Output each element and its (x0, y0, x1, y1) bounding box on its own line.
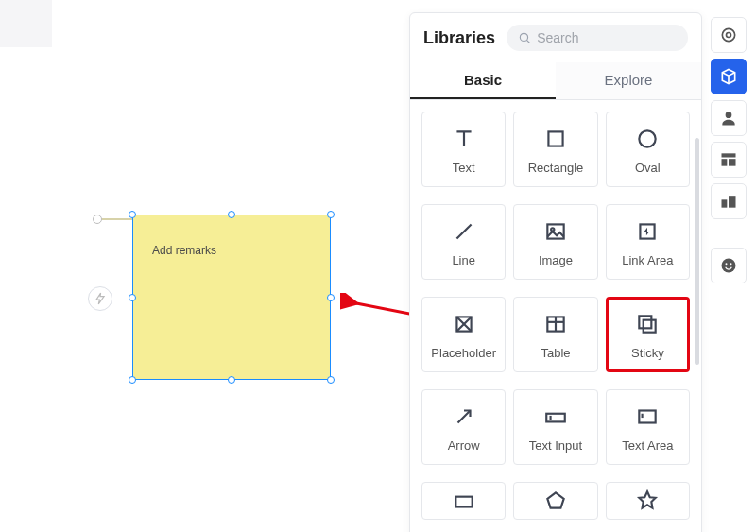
library-item-label: Image (539, 253, 573, 267)
svg-rect-30 (729, 196, 736, 208)
resize-handle-sw[interactable] (129, 376, 136, 384)
link-area-icon (635, 217, 660, 246)
sidebar-buildings-button[interactable] (711, 183, 747, 219)
panel-header: Libraries (410, 13, 701, 62)
library-item-peek-1[interactable] (421, 482, 506, 520)
user-icon (719, 109, 738, 128)
panel-scrollbar[interactable] (695, 138, 699, 365)
dimension-line (101, 218, 132, 220)
library-item-label: Text Input (529, 438, 582, 453)
library-item-text-area[interactable]: Text Area (606, 389, 690, 465)
library-item-rectangle[interactable]: Rectangle (513, 112, 597, 187)
svg-rect-16 (644, 319, 656, 332)
shape-icon (543, 487, 568, 515)
svg-rect-3 (548, 131, 562, 146)
panel-title: Libraries (423, 28, 495, 48)
sidebar-target-button[interactable] (711, 17, 747, 53)
svg-rect-15 (640, 316, 652, 328)
svg-rect-29 (722, 199, 728, 207)
library-item-placeholder[interactable]: Placeholder (421, 297, 506, 372)
library-item-label: Link Area (622, 253, 673, 267)
sidebar-user-button[interactable] (711, 100, 747, 136)
svg-line-5 (456, 224, 471, 238)
layout-icon (719, 150, 738, 169)
library-item-label: Rectangle (528, 161, 584, 175)
text-input-icon (543, 403, 568, 431)
resize-handle-e[interactable] (327, 294, 335, 301)
library-item-label: Arrow (448, 438, 480, 453)
table-icon (543, 310, 568, 338)
library-item-line[interactable]: Line (421, 204, 506, 280)
arrow-icon (452, 403, 476, 431)
svg-point-4 (640, 130, 656, 146)
svg-rect-6 (547, 224, 563, 238)
target-icon (719, 26, 738, 44)
lightning-button[interactable] (88, 286, 112, 311)
library-item-text[interactable]: Text (421, 112, 506, 187)
resize-handle-w[interactable] (129, 294, 136, 301)
svg-rect-18 (546, 413, 565, 421)
shape-icon (452, 487, 476, 515)
resize-handle-s[interactable] (228, 376, 235, 384)
library-item-text-input[interactable]: Text Input (513, 389, 597, 465)
library-item-arrow[interactable]: Arrow (421, 389, 506, 465)
svg-point-1 (520, 33, 527, 41)
library-item-sticky[interactable]: Sticky (606, 297, 690, 372)
svg-rect-22 (455, 497, 472, 507)
library-item-label: Placeholder (431, 346, 496, 360)
resize-handle-ne[interactable] (327, 211, 335, 218)
library-item-table[interactable]: Table (513, 297, 597, 372)
svg-point-31 (722, 259, 736, 273)
top-left-strip (0, 0, 52, 47)
tab-basic[interactable]: Basic (410, 62, 556, 99)
cube-icon (719, 67, 738, 86)
library-item-label: Line (452, 253, 475, 267)
sticky-note-element[interactable]: Add remarks (132, 215, 331, 380)
dimension-handle[interactable] (93, 215, 102, 224)
image-icon (543, 217, 568, 246)
library-item-label: Text Area (622, 438, 673, 453)
resize-handle-n[interactable] (228, 211, 235, 218)
right-sidebar (709, 17, 748, 283)
tab-explore[interactable]: Explore (556, 62, 701, 99)
library-grid: Text Rectangle Oval Line Image (410, 100, 701, 532)
sidebar-emoji-button[interactable] (711, 248, 747, 283)
line-icon (452, 217, 476, 246)
svg-point-32 (726, 263, 728, 265)
resize-handle-nw[interactable] (129, 211, 136, 218)
svg-point-25 (726, 112, 732, 118)
library-item-peek-2[interactable] (513, 482, 597, 520)
panel-tabs: Basic Explore (410, 62, 701, 100)
smile-icon (719, 256, 738, 275)
library-item-oval[interactable]: Oval (606, 112, 690, 187)
sidebar-layout-button[interactable] (711, 142, 747, 178)
star-icon (635, 487, 660, 515)
library-item-link-area[interactable]: Link Area (606, 204, 690, 280)
search-input-wrapper[interactable] (507, 25, 688, 51)
search-input[interactable] (537, 30, 677, 45)
text-area-icon (635, 403, 660, 431)
svg-rect-28 (729, 159, 736, 166)
sidebar-components-button[interactable] (711, 59, 747, 94)
library-item-label: Oval (635, 161, 661, 175)
text-icon (452, 125, 476, 153)
library-item-image[interactable]: Image (513, 204, 597, 280)
rectangle-icon (543, 125, 568, 153)
resize-handle-se[interactable] (327, 376, 335, 384)
svg-point-23 (722, 28, 734, 41)
svg-point-33 (730, 263, 732, 265)
search-icon (518, 30, 531, 45)
svg-rect-26 (722, 153, 736, 157)
svg-line-2 (526, 40, 529, 43)
sticky-icon (635, 310, 660, 338)
libraries-panel: Libraries Basic Explore Text Rectangle (409, 12, 702, 532)
oval-icon (635, 125, 660, 153)
svg-rect-27 (722, 159, 728, 166)
sticky-note-text: Add remarks (152, 244, 216, 257)
library-item-label: Table (541, 346, 570, 360)
svg-line-17 (457, 410, 470, 422)
library-item-label: Sticky (631, 346, 664, 360)
placeholder-icon (452, 310, 476, 338)
buildings-icon (719, 192, 738, 211)
library-item-peek-3[interactable] (606, 482, 690, 520)
